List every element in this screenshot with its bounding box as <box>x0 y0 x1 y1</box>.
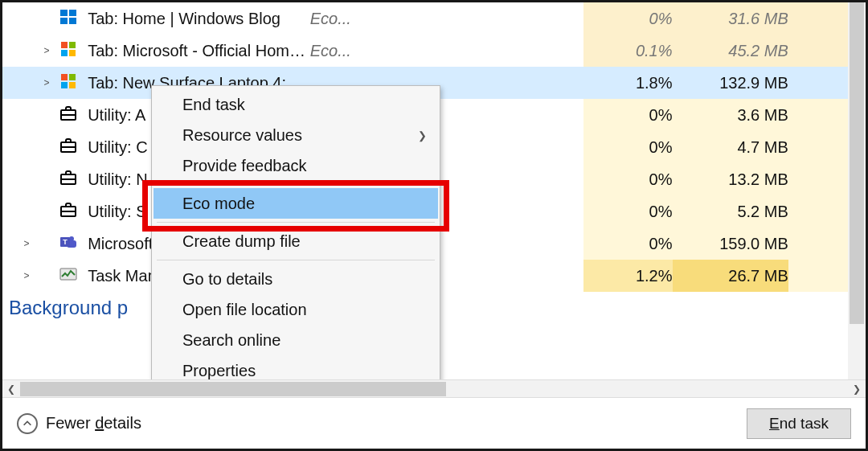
menu-separator <box>157 260 435 260</box>
cpu-cell: 0% <box>583 163 672 195</box>
svg-rect-3 <box>69 18 76 24</box>
table-row[interactable]: >Tab: Microsoft - Official Home Pag...Ec… <box>2 35 866 67</box>
end-task-button[interactable]: End task <box>747 408 851 439</box>
expander-icon[interactable]: > <box>35 67 59 99</box>
vertical-scrollbar-thumb[interactable] <box>850 2 864 324</box>
horizontal-scrollbar[interactable]: ❮ ❯ <box>2 379 866 397</box>
menu-create-dump[interactable]: Create dump file <box>154 226 438 256</box>
expander-icon <box>35 99 59 131</box>
horizontal-scrollbar-thumb[interactable] <box>20 382 446 396</box>
briefcase-icon <box>59 99 88 131</box>
svg-text:T: T <box>63 238 68 246</box>
process-name: Tab: Home | Windows Blog <box>88 2 310 35</box>
memory-cell: 13.2 MB <box>673 163 788 195</box>
menu-search-online[interactable]: Search online <box>154 325 438 355</box>
process-list-area: Tab: Home | Windows BlogEco...0%31.6 MB0… <box>2 2 866 397</box>
cpu-cell: 0% <box>583 228 672 260</box>
svg-rect-2 <box>60 18 68 24</box>
memory-cell: 4.7 MB <box>673 131 788 163</box>
task-manager-window: Tab: Home | Windows BlogEco...0%31.6 MB0… <box>0 0 868 451</box>
svg-rect-7 <box>69 50 76 56</box>
memory-cell: 26.7 MB <box>673 260 788 292</box>
svg-rect-0 <box>60 10 68 16</box>
briefcase-icon <box>59 195 88 228</box>
fewer-details-toggle[interactable]: Fewer details <box>17 413 141 434</box>
briefcase-icon <box>59 131 88 163</box>
menu-provide-feedback[interactable]: Provide feedback <box>154 150 438 181</box>
expander-icon[interactable]: > <box>18 228 35 260</box>
svg-rect-11 <box>69 82 76 88</box>
fewer-details-label: Fewer details <box>46 414 141 433</box>
memory-cell: 5.2 MB <box>673 195 788 228</box>
cpu-cell: 0% <box>583 131 672 163</box>
vertical-scrollbar[interactable] <box>848 2 866 379</box>
memory-cell: 45.2 MB <box>673 35 788 67</box>
memory-cell: 31.6 MB <box>673 2 788 35</box>
menu-resource-values[interactable]: Resource values ❯ <box>154 120 438 150</box>
expander-icon[interactable]: > <box>18 260 35 292</box>
process-status: Eco... <box>310 2 584 35</box>
cpu-cell: 0% <box>583 2 672 35</box>
ms-square-icon <box>59 35 88 67</box>
menu-eco-mode[interactable]: Eco mode <box>154 188 438 219</box>
table-row[interactable]: Tab: Home | Windows BlogEco...0%31.6 MB0 <box>2 2 866 35</box>
svg-rect-1 <box>69 10 76 16</box>
expander-icon <box>35 163 59 195</box>
expander-icon <box>35 2 59 35</box>
cpu-cell: 0% <box>583 195 672 228</box>
menu-end-task[interactable]: End task <box>154 89 438 120</box>
menu-separator <box>157 222 435 223</box>
footer-bar: Fewer details End task <box>2 397 866 449</box>
cpu-cell: 1.2% <box>583 260 672 292</box>
svg-rect-5 <box>69 42 76 48</box>
cpu-cell: 1.8% <box>583 67 672 99</box>
chevron-right-icon: ❯ <box>418 129 427 141</box>
context-menu: End task Resource values ❯ Provide feedb… <box>151 85 440 390</box>
scroll-right-icon[interactable]: ❯ <box>848 380 866 398</box>
expander-icon <box>35 131 59 163</box>
cpu-cell: 0.1% <box>583 35 672 67</box>
scroll-left-icon[interactable]: ❮ <box>2 380 20 398</box>
memory-cell: 132.9 MB <box>673 67 788 99</box>
teams-icon: T <box>59 228 88 260</box>
svg-rect-10 <box>61 82 68 88</box>
memory-cell: 159.0 MB <box>673 228 788 260</box>
svg-rect-4 <box>61 42 68 48</box>
process-status: Eco... <box>310 35 584 67</box>
expander-icon[interactable]: > <box>35 35 59 67</box>
memory-cell: 3.6 MB <box>673 99 788 131</box>
menu-resource-values-label: Resource values <box>182 126 302 145</box>
cpu-cell: 0% <box>583 99 672 131</box>
svg-rect-6 <box>61 50 68 56</box>
svg-rect-9 <box>69 74 76 80</box>
chevron-up-icon <box>17 413 38 434</box>
ms-square-icon <box>59 67 88 99</box>
process-name: Tab: Microsoft - Official Home Pag... <box>88 35 310 67</box>
menu-separator <box>157 184 435 185</box>
windows-flag-icon <box>59 2 88 35</box>
briefcase-icon <box>59 163 88 195</box>
expander-icon <box>35 195 59 228</box>
svg-rect-8 <box>61 74 68 80</box>
menu-open-file-location[interactable]: Open file location <box>154 294 438 325</box>
menu-go-to-details[interactable]: Go to details <box>154 264 438 294</box>
taskmgr-icon <box>59 260 88 292</box>
